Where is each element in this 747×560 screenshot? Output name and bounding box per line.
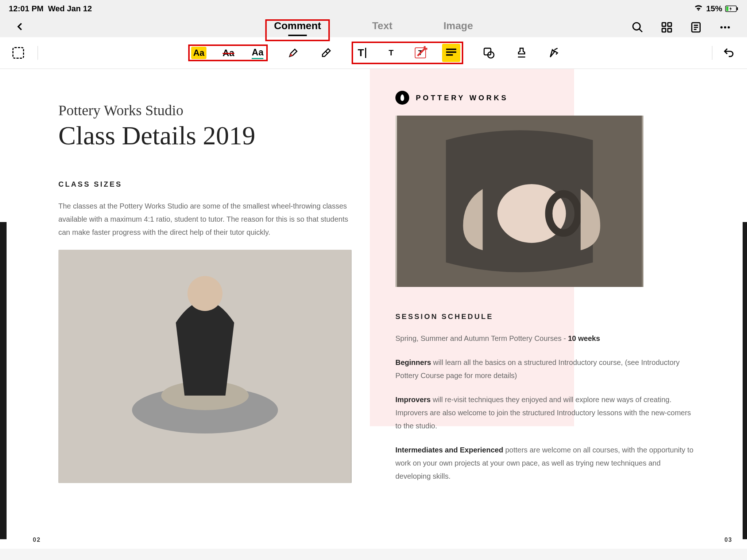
brand-row: POTTERY WORKS	[395, 91, 696, 105]
toolbar: Aa Aa Aa T T T	[0, 37, 747, 69]
svg-rect-5	[668, 23, 671, 26]
tab-text[interactable]: Text	[372, 20, 392, 35]
signature-tool-icon[interactable]	[547, 47, 562, 59]
schedule-intro: Spring, Summer and Autumn Term Pottery C…	[395, 332, 696, 345]
undo-icon[interactable]	[721, 47, 736, 59]
pottery-mug-image	[395, 116, 643, 287]
underline-tool[interactable]: Aa	[250, 47, 265, 59]
brand-name: POTTERY WORKS	[416, 94, 508, 102]
page-left: Pottery Works Studio Class Details 2019 …	[0, 69, 374, 549]
annotation-highlight-group-2: T T T	[352, 42, 463, 64]
improvers-text: Improvers will re-visit techniques they …	[395, 393, 696, 432]
top-bar: Comment Text Image	[0, 18, 747, 37]
svg-point-17	[187, 276, 222, 311]
eraser-tool-icon[interactable]	[319, 47, 333, 59]
status-date: Wed Jan 12	[48, 4, 92, 13]
shape-tool-icon[interactable]	[481, 47, 496, 59]
divider	[712, 46, 712, 60]
svg-rect-7	[668, 28, 671, 32]
annotation-highlight	[265, 19, 330, 41]
search-icon[interactable]	[630, 21, 645, 34]
svg-point-3	[633, 23, 640, 30]
battery-percent: 15%	[706, 4, 722, 13]
annotation-highlight-group-1: Aa Aa Aa	[188, 44, 268, 61]
battery-charging-icon	[725, 5, 738, 12]
wifi-icon	[694, 3, 703, 15]
page-number-right: 03	[724, 537, 732, 543]
tab-image[interactable]: Image	[444, 20, 473, 35]
text-insert-tool[interactable]: T	[355, 47, 369, 59]
status-time: 12:01 PM	[9, 4, 43, 13]
class-sizes-body: The classes at the Pottery Works Studio …	[58, 199, 352, 239]
highlight-tool[interactable]: Aa	[191, 47, 207, 59]
svg-rect-4	[662, 23, 666, 26]
stamp-tool-icon[interactable]	[514, 47, 529, 59]
doc-subtitle: Pottery Works Studio	[58, 102, 352, 119]
strikethrough-tool[interactable]: Aa	[221, 48, 236, 58]
svg-point-10	[724, 26, 726, 28]
selection-tool-icon[interactable]	[11, 47, 26, 59]
section-header-class-sizes: CLASS SIZES	[58, 180, 352, 188]
svg-rect-1	[737, 7, 738, 10]
text-callout-tool[interactable]: T	[413, 47, 427, 58]
intermediates-text: Intermediates and Experienced potters ar…	[395, 443, 696, 483]
section-header-schedule: SESSION SCHEDULE	[395, 312, 696, 321]
pottery-wheel-image	[58, 250, 352, 483]
brand-logo-icon	[395, 91, 409, 105]
page-list-icon[interactable]	[689, 21, 703, 34]
pen-tool-icon[interactable]	[286, 47, 301, 59]
back-button[interactable]	[15, 21, 26, 34]
beginners-text: Beginners will learn all the basics on a…	[395, 356, 696, 382]
tab-comment[interactable]: Comment	[274, 20, 321, 35]
svg-point-11	[728, 26, 730, 28]
more-icon[interactable]	[718, 21, 732, 34]
divider	[38, 46, 38, 60]
document-viewer[interactable]: Pottery Works Studio Class Details 2019 …	[0, 69, 747, 549]
svg-point-9	[720, 26, 723, 28]
status-bar: 12:01 PM Wed Jan 12 15%	[0, 0, 747, 18]
grid-view-icon[interactable]	[659, 21, 674, 34]
page-number-left: 02	[33, 537, 41, 543]
svg-rect-2	[726, 7, 728, 11]
doc-title: Class Details 2019	[58, 121, 352, 151]
sticky-note-tool[interactable]	[442, 44, 460, 62]
svg-rect-6	[662, 28, 666, 32]
text-typewriter-tool[interactable]: T	[384, 48, 398, 58]
page-right: POTTERY WORKS SESSION SCHEDULE Spring, S…	[374, 69, 747, 549]
